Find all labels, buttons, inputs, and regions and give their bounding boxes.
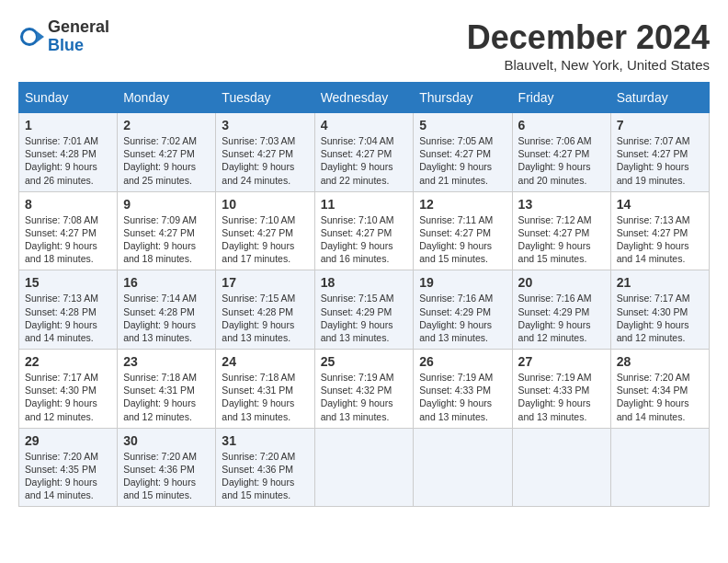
day-info: Sunrise: 7:15 AMSunset: 4:29 PMDaylight:… — [321, 292, 408, 344]
day-info: Sunrise: 7:19 AMSunset: 4:33 PMDaylight:… — [518, 371, 605, 423]
day-info: Sunrise: 7:13 AMSunset: 4:28 PMDaylight:… — [25, 292, 111, 344]
calendar-cell: 30Sunrise: 7:20 AMSunset: 4:36 PMDayligh… — [118, 428, 216, 507]
page-header: General Blue December 2024 Blauvelt, New… — [18, 18, 710, 73]
day-number: 27 — [518, 354, 605, 369]
logo: General Blue — [18, 18, 109, 55]
day-info: Sunrise: 7:05 AMSunset: 4:27 PMDaylight:… — [419, 134, 506, 187]
day-info: Sunrise: 7:16 AMSunset: 4:29 PMDaylight:… — [419, 292, 506, 344]
calendar-body: 1Sunrise: 7:01 AMSunset: 4:28 PMDaylight… — [19, 113, 710, 507]
day-info: Sunrise: 7:10 AMSunset: 4:27 PMDaylight:… — [321, 213, 408, 266]
day-number: 25 — [321, 354, 408, 369]
calendar-cell: 20Sunrise: 7:16 AMSunset: 4:29 PMDayligh… — [512, 270, 610, 350]
calendar-cell: 25Sunrise: 7:19 AMSunset: 4:32 PMDayligh… — [314, 350, 414, 429]
day-number: 13 — [518, 197, 605, 212]
day-number: 15 — [25, 275, 111, 290]
day-info: Sunrise: 7:20 AMSunset: 4:35 PMDaylight:… — [25, 450, 111, 502]
day-number: 16 — [123, 275, 210, 290]
day-number: 1 — [25, 118, 111, 132]
day-number: 23 — [123, 354, 210, 369]
calendar-cell — [512, 428, 610, 507]
calendar-cell: 22Sunrise: 7:17 AMSunset: 4:30 PMDayligh… — [19, 350, 118, 429]
calendar-cell: 9Sunrise: 7:09 AMSunset: 4:27 PMDaylight… — [118, 191, 216, 270]
logo-icon — [18, 24, 44, 50]
calendar-cell — [610, 428, 709, 507]
day-number: 7 — [617, 118, 703, 132]
day-info: Sunrise: 7:15 AMSunset: 4:28 PMDaylight:… — [222, 292, 308, 344]
day-number: 19 — [419, 275, 506, 290]
day-number: 12 — [419, 197, 506, 212]
day-number: 11 — [321, 197, 408, 212]
day-number: 28 — [617, 354, 703, 369]
day-info: Sunrise: 7:17 AMSunset: 4:30 PMDaylight:… — [25, 371, 111, 423]
day-number: 21 — [617, 275, 703, 290]
logo-blue-text: Blue — [48, 36, 84, 54]
day-number: 4 — [321, 118, 408, 132]
calendar-cell: 18Sunrise: 7:15 AMSunset: 4:29 PMDayligh… — [314, 270, 414, 350]
day-info: Sunrise: 7:13 AMSunset: 4:27 PMDaylight:… — [617, 213, 703, 266]
location-text: Blauvelt, New York, United States — [467, 57, 710, 73]
calendar-week-row: 22Sunrise: 7:17 AMSunset: 4:30 PMDayligh… — [19, 350, 710, 429]
day-info: Sunrise: 7:18 AMSunset: 4:31 PMDaylight:… — [222, 371, 308, 423]
calendar-cell: 26Sunrise: 7:19 AMSunset: 4:33 PMDayligh… — [414, 350, 512, 429]
calendar-cell: 17Sunrise: 7:15 AMSunset: 4:28 PMDayligh… — [216, 270, 314, 350]
calendar-table: SundayMondayTuesdayWednesdayThursdayFrid… — [18, 82, 710, 507]
day-info: Sunrise: 7:19 AMSunset: 4:32 PMDaylight:… — [321, 371, 408, 423]
calendar-cell: 6Sunrise: 7:06 AMSunset: 4:27 PMDaylight… — [512, 113, 610, 192]
day-number: 17 — [222, 275, 308, 290]
calendar-cell: 12Sunrise: 7:11 AMSunset: 4:27 PMDayligh… — [414, 191, 512, 270]
calendar-cell: 7Sunrise: 7:07 AMSunset: 4:27 PMDaylight… — [610, 113, 709, 192]
calendar-week-row: 1Sunrise: 7:01 AMSunset: 4:28 PMDaylight… — [19, 113, 710, 192]
svg-marker-1 — [37, 31, 44, 42]
calendar-cell: 21Sunrise: 7:17 AMSunset: 4:30 PMDayligh… — [610, 270, 709, 350]
calendar-cell: 19Sunrise: 7:16 AMSunset: 4:29 PMDayligh… — [414, 270, 512, 350]
calendar-cell: 1Sunrise: 7:01 AMSunset: 4:28 PMDaylight… — [19, 113, 118, 192]
title-area: December 2024 Blauvelt, New York, United… — [467, 18, 710, 73]
day-number: 14 — [617, 197, 703, 212]
logo-general-text: General — [48, 17, 109, 36]
calendar-cell: 8Sunrise: 7:08 AMSunset: 4:27 PMDaylight… — [19, 191, 118, 270]
day-info: Sunrise: 7:12 AMSunset: 4:27 PMDaylight:… — [518, 213, 605, 266]
day-info: Sunrise: 7:11 AMSunset: 4:27 PMDaylight:… — [419, 213, 506, 266]
day-info: Sunrise: 7:02 AMSunset: 4:27 PMDaylight:… — [123, 134, 210, 187]
day-info: Sunrise: 7:03 AMSunset: 4:27 PMDaylight:… — [222, 134, 308, 187]
day-info: Sunrise: 7:09 AMSunset: 4:27 PMDaylight:… — [123, 213, 210, 266]
day-number: 9 — [123, 197, 210, 212]
calendar-cell — [414, 428, 512, 507]
calendar-cell: 23Sunrise: 7:18 AMSunset: 4:31 PMDayligh… — [118, 350, 216, 429]
calendar-cell: 10Sunrise: 7:10 AMSunset: 4:27 PMDayligh… — [216, 191, 314, 270]
calendar-cell: 13Sunrise: 7:12 AMSunset: 4:27 PMDayligh… — [512, 191, 610, 270]
day-header-wednesday: Wednesday — [314, 83, 414, 113]
day-number: 31 — [222, 433, 308, 448]
calendar-cell: 2Sunrise: 7:02 AMSunset: 4:27 PMDaylight… — [118, 113, 216, 192]
svg-point-2 — [23, 30, 36, 43]
day-number: 2 — [123, 118, 210, 132]
day-number: 8 — [25, 197, 111, 212]
calendar-cell: 31Sunrise: 7:20 AMSunset: 4:36 PMDayligh… — [216, 428, 314, 507]
day-info: Sunrise: 7:18 AMSunset: 4:31 PMDaylight:… — [123, 371, 210, 423]
day-number: 5 — [419, 118, 506, 132]
days-header-row: SundayMondayTuesdayWednesdayThursdayFrid… — [19, 83, 710, 113]
day-info: Sunrise: 7:20 AMSunset: 4:36 PMDaylight:… — [123, 450, 210, 502]
day-info: Sunrise: 7:16 AMSunset: 4:29 PMDaylight:… — [518, 292, 605, 344]
calendar-cell: 15Sunrise: 7:13 AMSunset: 4:28 PMDayligh… — [19, 270, 118, 350]
day-info: Sunrise: 7:06 AMSunset: 4:27 PMDaylight:… — [518, 134, 605, 187]
day-header-saturday: Saturday — [610, 83, 709, 113]
day-number: 3 — [222, 118, 308, 132]
day-info: Sunrise: 7:20 AMSunset: 4:34 PMDaylight:… — [617, 371, 703, 423]
day-info: Sunrise: 7:14 AMSunset: 4:28 PMDaylight:… — [123, 292, 210, 344]
day-number: 29 — [25, 433, 111, 448]
calendar-cell: 24Sunrise: 7:18 AMSunset: 4:31 PMDayligh… — [216, 350, 314, 429]
calendar-cell: 3Sunrise: 7:03 AMSunset: 4:27 PMDaylight… — [216, 113, 314, 192]
calendar-cell: 27Sunrise: 7:19 AMSunset: 4:33 PMDayligh… — [512, 350, 610, 429]
day-info: Sunrise: 7:17 AMSunset: 4:30 PMDaylight:… — [617, 292, 703, 344]
day-info: Sunrise: 7:01 AMSunset: 4:28 PMDaylight:… — [25, 134, 111, 187]
day-info: Sunrise: 7:08 AMSunset: 4:27 PMDaylight:… — [25, 213, 111, 266]
calendar-cell: 29Sunrise: 7:20 AMSunset: 4:35 PMDayligh… — [19, 428, 118, 507]
day-number: 22 — [25, 354, 111, 369]
day-header-thursday: Thursday — [414, 83, 512, 113]
day-info: Sunrise: 7:04 AMSunset: 4:27 PMDaylight:… — [321, 134, 408, 187]
calendar-week-row: 15Sunrise: 7:13 AMSunset: 4:28 PMDayligh… — [19, 270, 710, 350]
day-number: 10 — [222, 197, 308, 212]
calendar-cell: 11Sunrise: 7:10 AMSunset: 4:27 PMDayligh… — [314, 191, 414, 270]
calendar-cell: 14Sunrise: 7:13 AMSunset: 4:27 PMDayligh… — [610, 191, 709, 270]
